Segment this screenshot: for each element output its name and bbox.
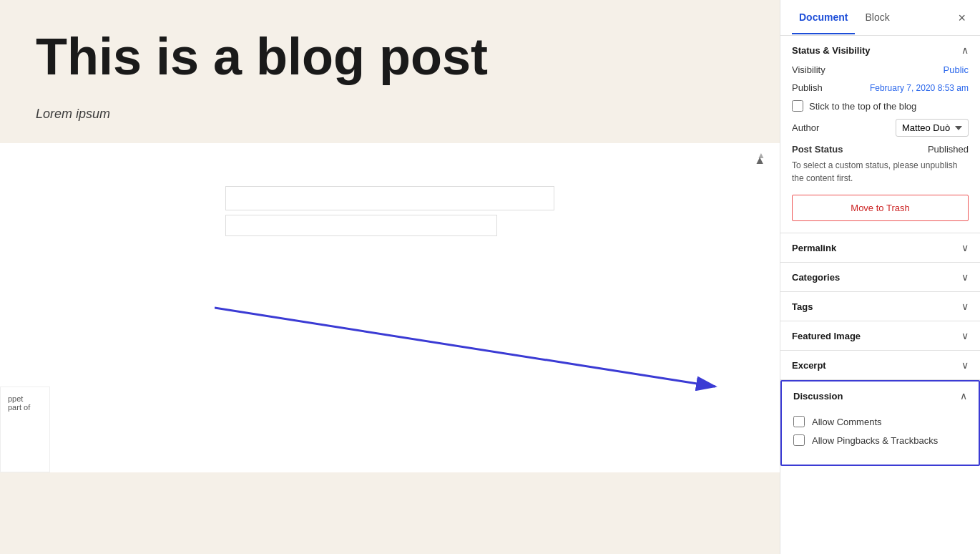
stick-checkbox-row: Stick to the top of the blog — [792, 100, 969, 112]
section-excerpt-header[interactable]: Excerpt ∨ — [780, 351, 980, 379]
section-excerpt: Excerpt ∨ — [780, 351, 980, 380]
hero-section: This is a blog post Lorem ipsum — [0, 0, 780, 143]
status-note: To select a custom status, please unpubl… — [792, 159, 969, 185]
sidebar-close-button[interactable]: × — [955, 9, 969, 27]
section-discussion: Discussion ∧ Allow Comments Allow Pingba… — [780, 380, 980, 466]
section-permalink: Permalink ∨ — [780, 233, 980, 263]
section-tags: Tags ∨ — [780, 292, 980, 321]
publish-row: Publish February 7, 2020 8:53 am — [792, 82, 969, 93]
allow-comments-checkbox[interactable] — [793, 416, 805, 427]
content-area: ▲ ▲ ppet part of — [0, 143, 780, 472]
section-status-visibility-body: Visibility Public Publish February 7, 20… — [780, 64, 980, 233]
section-tags-title: Tags — [792, 301, 813, 312]
section-permalink-title: Permalink — [792, 243, 836, 253]
section-excerpt-title: Excerpt — [792, 360, 826, 371]
allow-pingbacks-row: Allow Pingbacks & Trackbacks — [793, 434, 967, 446]
bottom-panel: ppet part of — [0, 387, 50, 472]
section-categories: Categories ∨ — [780, 263, 980, 292]
allow-comments-row: Allow Comments — [793, 416, 967, 427]
tab-block[interactable]: Block — [858, 1, 896, 34]
chevron-up-icon: ∧ — [961, 44, 969, 56]
section-categories-header[interactable]: Categories ∨ — [780, 263, 980, 291]
chevron-down-featured-image-icon: ∨ — [961, 330, 969, 341]
post-status-label: Post Status — [792, 144, 843, 155]
section-discussion-title: Discussion — [793, 391, 843, 402]
editor-block — [225, 186, 554, 236]
section-featured-image-header[interactable]: Featured Image ∨ — [780, 321, 980, 350]
chevron-down-permalink-icon: ∨ — [961, 242, 969, 253]
chevron-down-excerpt-icon: ∨ — [961, 359, 969, 371]
section-tags-header[interactable]: Tags ∨ — [780, 292, 980, 321]
svg-line-1 — [215, 308, 715, 387]
section-status-visibility-title: Status & Visibility — [792, 45, 871, 56]
tab-document[interactable]: Document — [792, 1, 855, 34]
chevron-down-categories-icon: ∨ — [961, 271, 969, 283]
stick-checkbox[interactable] — [792, 100, 803, 112]
section-categories-title: Categories — [792, 272, 840, 283]
editor-input-secondary[interactable] — [225, 215, 497, 236]
chevron-down-tags-icon: ∨ — [961, 301, 969, 312]
section-featured-image-title: Featured Image — [792, 331, 861, 341]
bottom-text-1: ppet — [8, 394, 23, 403]
publish-value[interactable]: February 7, 2020 8:53 am — [870, 83, 969, 93]
sidebar: Document Block × Status & Visibility ∧ V… — [780, 0, 980, 554]
publish-label: Publish — [792, 82, 823, 93]
visibility-value[interactable]: Public — [944, 64, 969, 75]
allow-pingbacks-checkbox[interactable] — [793, 434, 805, 446]
lorem-ipsum-text: Lorem ipsum — [36, 107, 744, 122]
editor-input-main[interactable] — [225, 186, 554, 210]
post-status-value: Published — [928, 144, 969, 155]
bottom-text-2: part of — [8, 403, 30, 412]
move-to-trash-button[interactable]: Move to Trash — [792, 195, 969, 221]
section-discussion-header[interactable]: Discussion ∧ — [782, 382, 979, 410]
blog-post-title: This is a blog post — [36, 29, 744, 85]
author-select[interactable]: Matteo Duò — [896, 119, 969, 137]
post-status-row: Post Status Published — [792, 144, 969, 155]
discussion-body: Allow Comments Allow Pingbacks & Trackba… — [782, 410, 979, 465]
visibility-row: Visibility Public — [792, 64, 969, 75]
author-label: Author — [792, 122, 819, 133]
main-content: This is a blog post Lorem ipsum ▲ ▲ — [0, 0, 780, 554]
section-featured-image: Featured Image ∨ — [780, 321, 980, 351]
stick-label[interactable]: Stick to the top of the blog — [809, 101, 916, 112]
section-status-visibility: Status & Visibility ∧ Visibility Public … — [780, 36, 980, 233]
collapse-button[interactable]: ▲ — [754, 154, 765, 167]
allow-pingbacks-label[interactable]: Allow Pingbacks & Trackbacks — [812, 435, 938, 446]
visibility-label: Visibility — [792, 64, 825, 75]
section-permalink-header[interactable]: Permalink ∨ — [780, 233, 980, 262]
author-row: Author Matteo Duò — [792, 119, 969, 137]
section-status-visibility-header[interactable]: Status & Visibility ∧ — [780, 36, 980, 64]
allow-comments-label[interactable]: Allow Comments — [812, 417, 882, 427]
arrow-annotation — [215, 272, 758, 415]
chevron-up-discussion-icon: ∧ — [960, 390, 967, 402]
sidebar-tabs-bar: Document Block × — [780, 0, 980, 36]
